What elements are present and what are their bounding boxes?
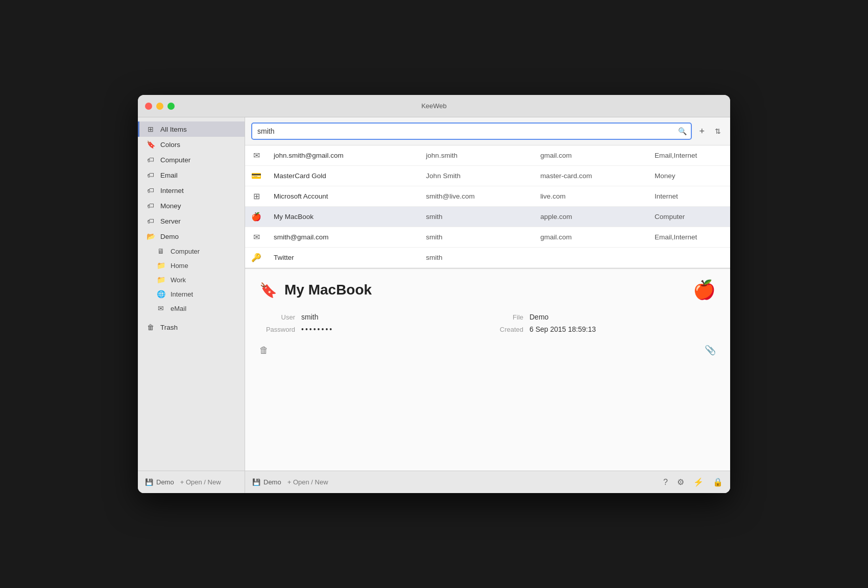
file-field-row: File Demo <box>488 311 716 323</box>
main-content: ⊞ All Items 🔖 Colors 🏷 Computer 🏷 Email <box>138 117 730 493</box>
app-window: KeeWeb ⊞ All Items 🔖 Colors 🏷 Computer <box>138 95 730 493</box>
sidebar-item-tag-money[interactable]: 🏷 Money <box>138 198 245 213</box>
sidebar-item-tag-server[interactable]: 🏷 Server <box>138 213 245 229</box>
user-value[interactable]: smith <box>301 313 318 321</box>
row-tags: Email,Internet <box>648 227 730 248</box>
attach-button[interactable]: 📎 <box>705 345 716 356</box>
sidebar-item-group-work[interactable]: 📁 Work <box>138 273 245 287</box>
row-website: gmail.com <box>534 145 648 166</box>
table-row[interactable]: ⊞ Microsoft Account smith@live.com live.… <box>245 186 730 207</box>
sidebar-group-demo[interactable]: 📂 Demo <box>138 229 245 244</box>
sidebar-item-tag-computer[interactable]: 🏷 Computer <box>138 152 245 167</box>
tag-icon: 🏷 <box>146 202 155 210</box>
results-table: ✉ john.smith@gmail.com john.smith gmail.… <box>245 145 730 268</box>
detail-panel: 🔖 My MacBook 🍎 User smith Password <box>245 268 730 471</box>
password-value[interactable]: •••••••• <box>301 325 333 333</box>
tag-server-label: Server <box>160 217 181 225</box>
titlebar: KeeWeb <box>138 95 730 117</box>
row-icon: ✉ <box>245 145 268 166</box>
sidebar: ⊞ All Items 🔖 Colors 🏷 Computer 🏷 Email <box>138 117 245 493</box>
sub-computer-label: Computer <box>171 248 200 255</box>
row-icon: ⊞ <box>245 186 268 207</box>
row-username: smith@live.com <box>420 186 534 207</box>
bookmark-icon: 🔖 <box>259 282 277 299</box>
tag-icon: 🏷 <box>146 186 155 194</box>
row-username: smith <box>420 227 534 248</box>
created-label: Created <box>488 326 523 333</box>
row-title: Twitter <box>268 248 420 268</box>
table-row[interactable]: 🔑 Twitter smith <box>245 248 730 268</box>
minimize-button[interactable] <box>156 103 163 110</box>
row-tags: Money <box>648 166 730 186</box>
grid-icon: ⊞ <box>146 125 155 133</box>
row-icon: 💳 <box>245 166 268 186</box>
add-button[interactable]: + <box>696 124 708 139</box>
sidebar-item-all-items[interactable]: ⊞ All Items <box>138 121 245 137</box>
detail-title: My MacBook <box>284 282 372 298</box>
close-button[interactable] <box>145 103 152 110</box>
sub-work-label: Work <box>171 276 186 284</box>
results-list: ✉ john.smith@gmail.com john.smith gmail.… <box>245 145 730 268</box>
tag-money-label: Money <box>160 202 181 210</box>
footer-file: 💾 Demo <box>145 478 174 486</box>
table-row[interactable]: ✉ john.smith@gmail.com john.smith gmail.… <box>245 145 730 166</box>
row-title: Microsoft Account <box>268 186 420 207</box>
file-name-label: Demo <box>263 478 281 486</box>
folder-icon: 📁 <box>156 261 165 270</box>
help-button[interactable]: ? <box>663 478 668 487</box>
sidebar-items: ⊞ All Items 🔖 Colors 🏷 Computer 🏷 Email <box>138 117 245 471</box>
open-new-btn[interactable]: + Open / New <box>287 478 328 486</box>
delete-button[interactable]: 🗑 <box>259 345 269 356</box>
sub-email-label: eMail <box>171 305 186 312</box>
sidebar-item-colors[interactable]: 🔖 Colors <box>138 137 245 152</box>
row-tags: Computer <box>648 207 730 227</box>
password-field-row: Password •••••••• <box>259 323 488 335</box>
tag-icon: 🏷 <box>146 156 155 164</box>
row-username: smith <box>420 248 534 268</box>
row-title: MasterCard Gold <box>268 166 420 186</box>
bottom-file-name: 💾 Demo <box>252 478 281 486</box>
lock-button[interactable]: 🔒 <box>713 477 723 487</box>
table-row[interactable]: 🍎 My MacBook smith apple.com Computer <box>245 207 730 227</box>
footer-open-new[interactable]: + Open / New <box>180 478 221 486</box>
sidebar-item-trash[interactable]: 🗑 Trash <box>138 320 245 335</box>
sidebar-item-group-internet[interactable]: 🌐 Internet <box>138 287 245 301</box>
settings-button[interactable]: ⚙ <box>677 477 684 487</box>
trash-icon: 🗑 <box>146 323 155 331</box>
row-website: master-card.com <box>534 166 648 186</box>
sidebar-item-group-home[interactable]: 📁 Home <box>138 258 245 273</box>
bookmark-icon: 🔖 <box>146 140 155 149</box>
all-items-label: All Items <box>160 126 187 133</box>
search-input[interactable] <box>251 122 692 140</box>
save-icon: 💾 <box>145 478 153 486</box>
sidebar-item-tag-internet[interactable]: 🏷 Internet <box>138 183 245 198</box>
row-title: john.smith@gmail.com <box>268 145 420 166</box>
password-label: Password <box>259 326 295 333</box>
row-icon: 🔑 <box>245 248 268 268</box>
sidebar-item-tag-email[interactable]: 🏷 Email <box>138 167 245 183</box>
table-row[interactable]: 💳 MasterCard Gold John Smith master-card… <box>245 166 730 186</box>
folder-icon: 📁 <box>156 276 165 284</box>
detail-header: 🔖 My MacBook 🍎 <box>245 269 730 306</box>
bottom-toolbar: 💾 Demo + Open / New ? ⚙ ⚡ 🔒 <box>245 471 730 493</box>
detail-footer: 🗑 📎 <box>245 340 730 360</box>
detail-title-area: 🔖 My MacBook <box>259 282 372 299</box>
sidebar-footer: 💾 Demo + Open / New <box>138 471 245 493</box>
right-panel: 🔍 + ⇅ ✉ john.smith@gmail.com john.smith … <box>245 117 730 493</box>
group-demo-label: Demo <box>160 233 179 240</box>
sidebar-item-group-email[interactable]: ✉ eMail <box>138 301 245 315</box>
search-icon: 🔍 <box>678 127 687 135</box>
tag-computer-label: Computer <box>160 156 190 164</box>
maximize-button[interactable] <box>167 103 175 110</box>
file-icon: 💾 <box>252 478 260 486</box>
footer-filename: Demo <box>156 478 174 486</box>
detail-fields-left: User smith Password •••••••• <box>259 311 488 335</box>
sidebar-item-group-computer[interactable]: 🖥 Computer <box>138 244 245 258</box>
colors-label: Colors <box>160 141 180 149</box>
sync-button[interactable]: ⚡ <box>693 477 704 487</box>
detail-fields: User smith Password •••••••• File Demo <box>245 306 730 340</box>
search-input-wrapper: 🔍 <box>251 122 692 140</box>
table-row[interactable]: ✉ smith@gmail.com smith gmail.com Email,… <box>245 227 730 248</box>
row-website: gmail.com <box>534 227 648 248</box>
sort-button[interactable]: ⇅ <box>712 125 724 137</box>
